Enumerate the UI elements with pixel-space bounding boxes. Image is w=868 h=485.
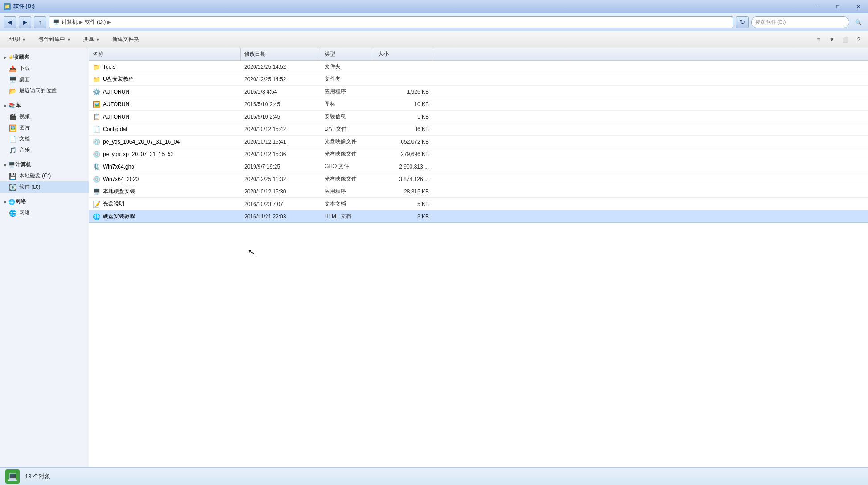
breadcrumb[interactable]: 🖥️ 计算机 ▶ 软件 (D:) ▶ — [49, 16, 733, 28]
file-icon: 🖥️ — [93, 188, 100, 195]
file-date-cell: 2016/10/23 7:07 — [241, 201, 321, 207]
table-row[interactable]: 📝 光盘说明 2016/10/23 7:07 文本文档 5 KB — [89, 198, 868, 210]
d-drive-icon: 💽 — [9, 184, 16, 191]
file-type-cell: 文本文档 — [321, 200, 374, 208]
sidebar-item-music[interactable]: 🎵 音乐 — [0, 144, 89, 156]
sidebar-item-c-drive[interactable]: 💾 本地磁盘 (C:) — [0, 170, 89, 181]
file-icon: 📁 — [93, 76, 100, 83]
back-button[interactable]: ◀ — [4, 16, 16, 28]
statusbar: 💻 13 个对象 — [0, 467, 868, 485]
organize-button[interactable]: 组织 ▼ — [4, 33, 32, 46]
maximize-button[interactable]: □ — [828, 0, 848, 13]
forward-button[interactable]: ▶ — [19, 16, 31, 28]
sidebar-music-label: 音乐 — [19, 146, 30, 154]
col-header-date[interactable]: 修改日期 — [241, 48, 321, 60]
sidebar-item-document[interactable]: 📄 文档 — [0, 133, 89, 144]
table-row[interactable]: 📄 Config.dat 2020/10/12 15:42 DAT 文件 36 … — [89, 123, 868, 136]
file-size-cell: 1 KB — [374, 114, 432, 120]
computer-icon: 🖥️ — [8, 162, 15, 168]
minimize-button[interactable]: ─ — [808, 0, 828, 13]
newfolder-label: 新建文件夹 — [112, 36, 139, 43]
file-name-cell: 💿 pe_yqs_1064_20_07_31_16_04 — [89, 138, 241, 145]
sidebar-item-picture[interactable]: 🖼️ 图片 — [0, 122, 89, 133]
table-row[interactable]: 📁 Tools 2020/12/25 14:52 文件夹 — [89, 61, 868, 73]
titlebar-controls: ─ □ ✕ — [808, 0, 868, 13]
file-size-cell: 1,926 KB — [374, 89, 432, 95]
col-header-type[interactable]: 类型 — [321, 48, 374, 60]
main-layout: ▶ ★ 收藏夹 📥 下载 🖥️ 桌面 📂 最近访问的位置 ▶ 📚 库 — [0, 48, 868, 467]
share-button[interactable]: 共享 ▼ — [78, 33, 106, 46]
table-row[interactable]: 📋 AUTORUN 2015/5/10 2:45 安装信息 1 KB — [89, 111, 868, 123]
table-row[interactable]: 💿 Win7x64_2020 2020/12/25 11:32 光盘映像文件 3… — [89, 173, 868, 185]
preview-button[interactable]: ⬜ — [839, 34, 851, 45]
file-icon: 🖼️ — [93, 101, 100, 108]
table-row[interactable]: 📁 U盘安装教程 2020/12/25 14:52 文件夹 — [89, 73, 868, 86]
file-name: 光盘说明 — [103, 200, 124, 208]
view-button[interactable]: ≡ — [813, 34, 824, 45]
network-header[interactable]: ▶ 🌐 网络 — [0, 196, 89, 207]
file-type-cell: 文件夹 — [321, 63, 374, 70]
file-size-cell: 3,874,126 ... — [374, 176, 432, 182]
file-type-cell: DAT 文件 — [321, 125, 374, 133]
table-row[interactable]: 💿 pe_yqs_1064_20_07_31_16_04 2020/10/12 … — [89, 136, 868, 148]
picture-icon: 🖼️ — [9, 124, 16, 132]
library-label: 库 — [15, 102, 21, 109]
file-type-cell: GHO 文件 — [321, 163, 374, 170]
refresh-button[interactable]: ↻ — [736, 16, 749, 28]
table-row[interactable]: 💿 pe_yqs_xp_20_07_31_15_53 2020/10/12 15… — [89, 148, 868, 160]
table-row[interactable]: ⚙️ AUTORUN 2016/1/8 4:54 应用程序 1,926 KB — [89, 86, 868, 98]
sidebar-recent-label: 最近访问的位置 — [19, 87, 57, 95]
window-icon: 📁 — [4, 3, 11, 10]
table-row[interactable]: 🖼️ AUTORUN 2015/5/10 2:45 图标 10 KB — [89, 98, 868, 111]
sidebar-item-desktop[interactable]: 🖥️ 桌面 — [0, 74, 89, 85]
col-header-name[interactable]: 名称 — [89, 48, 241, 60]
col-header-size[interactable]: 大小 — [374, 48, 432, 60]
file-type-cell: 光盘映像文件 — [321, 150, 374, 158]
file-name-cell: 🗜️ Win7x64.gho — [89, 163, 241, 170]
close-button[interactable]: ✕ — [848, 0, 868, 13]
newfolder-button[interactable]: 新建文件夹 — [107, 33, 145, 46]
file-size-cell: 652,072 KB — [374, 139, 432, 145]
file-icon: 📝 — [93, 201, 100, 208]
search-button[interactable]: 🔍 — [852, 16, 864, 28]
file-name-cell: 💿 pe_yqs_xp_20_07_31_15_53 — [89, 151, 241, 158]
library-header[interactable]: ▶ 📚 库 — [0, 100, 89, 111]
file-icon: 📋 — [93, 113, 100, 120]
table-row[interactable]: 🗜️ Win7x64.gho 2019/9/7 19:25 GHO 文件 2,9… — [89, 160, 868, 173]
help-button[interactable]: ? — [853, 34, 864, 45]
breadcrumb-sep-2: ▶ — [107, 20, 111, 25]
breadcrumb-drive[interactable]: 软件 (D:) — [85, 18, 106, 26]
sidebar-item-video[interactable]: 🎬 视频 — [0, 111, 89, 122]
file-icon: 🗜️ — [93, 163, 100, 170]
file-type-cell: 安装信息 — [321, 113, 374, 120]
file-name-cell: 📝 光盘说明 — [89, 200, 241, 208]
file-type-cell: HTML 文档 — [321, 213, 374, 220]
sidebar-item-network[interactable]: 🌐 网络 — [0, 207, 89, 218]
view-dropdown-button[interactable]: ▼ — [826, 34, 838, 45]
favorites-section: ▶ ★ 收藏夹 📥 下载 🖥️ 桌面 📂 最近访问的位置 — [0, 52, 89, 96]
sidebar-item-download[interactable]: 📥 下载 — [0, 63, 89, 74]
sidebar-item-d-drive[interactable]: 💽 软件 (D:) — [0, 181, 89, 193]
favorites-header[interactable]: ▶ ★ 收藏夹 — [0, 52, 89, 63]
sidebar-item-recent[interactable]: 📂 最近访问的位置 — [0, 85, 89, 96]
network-section: ▶ 🌐 网络 🌐 网络 — [0, 196, 89, 218]
library-arrow: ▶ — [4, 103, 7, 108]
file-name: Tools — [103, 64, 115, 70]
breadcrumb-computer[interactable]: 计算机 — [62, 18, 78, 26]
up-button[interactable]: ↑ — [34, 16, 46, 28]
table-row[interactable]: 🌐 硬盘安装教程 2016/11/21 22:03 HTML 文档 3 KB — [89, 210, 868, 223]
computer-arrow: ▶ — [4, 163, 7, 167]
include-arrow: ▼ — [67, 37, 71, 42]
file-name: Win7x64.gho — [103, 164, 134, 170]
file-date-cell: 2015/5/10 2:45 — [241, 101, 321, 107]
file-name-cell: 📁 Tools — [89, 63, 241, 70]
toolbar-right: ≡ ▼ ⬜ ? — [813, 34, 864, 45]
sidebar: ▶ ★ 收藏夹 📥 下载 🖥️ 桌面 📂 最近访问的位置 ▶ 📚 库 — [0, 48, 89, 467]
computer-header[interactable]: ▶ 🖥️ 计算机 — [0, 159, 89, 170]
include-library-button[interactable]: 包含到库中 ▼ — [33, 33, 77, 46]
search-bar[interactable]: 搜索 软件 (D:) — [751, 16, 849, 28]
titlebar: 📁 软件 (D:) ─ □ ✕ — [0, 0, 868, 13]
file-name-cell: 🌐 硬盘安装教程 — [89, 213, 241, 220]
network-icon: 🌐 — [8, 199, 15, 205]
table-row[interactable]: 🖥️ 本地硬盘安装 2020/10/12 15:30 应用程序 28,315 K… — [89, 185, 868, 198]
